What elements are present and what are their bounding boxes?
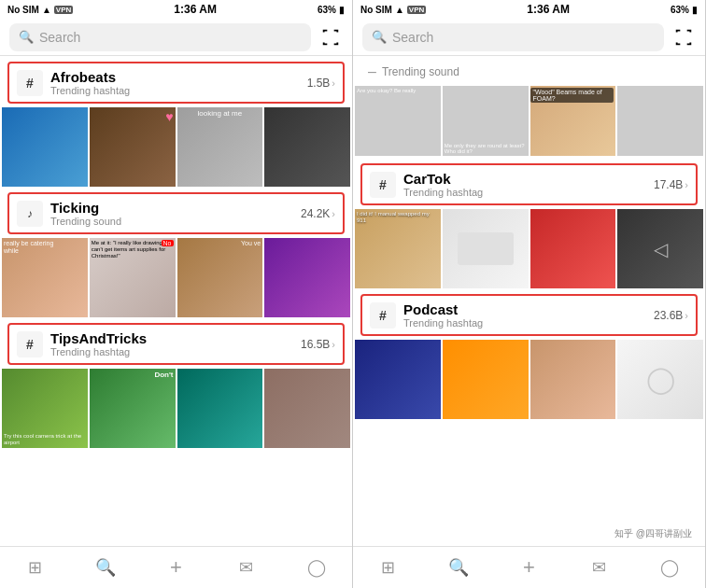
right-pod-video-2[interactable]	[443, 340, 529, 419]
right-partial-label: Trending sound	[382, 65, 459, 78]
left-inbox-icon: ✉	[236, 557, 257, 578]
left-battery: 63%	[318, 5, 336, 15]
left-video-10[interactable]: Don't	[90, 369, 176, 448]
left-video-11[interactable]	[177, 369, 263, 448]
right-podcast-left: # Podcast Trending hashtag	[370, 301, 483, 329]
left-tips-left: # TipsAndTricks Trending hashtag	[17, 330, 147, 357]
right-panel: No SIM ▲ VPN 1:36 AM 63% ▮ 🔍 Search – Tr…	[353, 0, 706, 588]
left-afrobeats-left: # Afrobeats Trending hashtag	[17, 69, 130, 96]
left-vpn-badge: VPN	[54, 6, 73, 14]
left-afrobeats-subtitle: Trending hashtag	[50, 85, 130, 96]
right-trending-cartok[interactable]: # CarTok Trending hashtag 17.4B ›	[360, 163, 698, 205]
right-nav-inbox[interactable]: ✉	[589, 557, 610, 578]
right-podcast-text: Podcast Trending hashtag	[403, 301, 483, 329]
right-cartok-hashtag-icon: #	[370, 172, 396, 198]
left-afrobeats-hashtag-icon: #	[17, 70, 43, 96]
right-search-input-container[interactable]: 🔍 Search	[362, 23, 664, 51]
right-cartok-text: CarTok Trending hashtag	[403, 171, 483, 198]
right-podcast-count: 23.6B ›	[654, 309, 688, 322]
right-cartok-count: 17.4B ›	[654, 178, 688, 191]
left-ticking-name: Ticking	[50, 200, 121, 216]
right-car-video-4[interactable]: ◁	[617, 209, 703, 288]
right-vpn-badge: VPN	[407, 6, 426, 14]
right-search-nav-icon: 🔍	[448, 557, 469, 578]
right-status-bar: No SIM ▲ VPN 1:36 AM 63% ▮	[353, 0, 705, 19]
right-battery-icon: ▮	[692, 5, 698, 15]
left-video-2[interactable]: ♥	[90, 107, 176, 187]
right-video-4[interactable]	[617, 86, 703, 156]
right-nav-add[interactable]: +	[518, 557, 539, 578]
right-pod-video-4[interactable]: ◯	[617, 340, 703, 419]
right-nav-search[interactable]: 🔍	[448, 557, 469, 578]
left-video-4[interactable]	[264, 107, 350, 187]
right-car-video-3[interactable]	[530, 209, 616, 288]
left-afrobeats-text: Afrobeats Trending hashtag	[50, 69, 130, 96]
left-search-icon: 🔍	[19, 30, 34, 44]
right-car-video-2[interactable]	[443, 209, 529, 288]
right-trending-podcast[interactable]: # Podcast Trending hashtag 23.6B ›	[360, 294, 698, 336]
right-pod-video-3[interactable]	[530, 340, 616, 419]
left-trending-afrobeats[interactable]: # Afrobeats Trending hashtag 1.5B ›	[7, 62, 345, 104]
left-search-bar: 🔍 Search	[0, 19, 352, 56]
left-video-7[interactable]: You ve	[177, 238, 263, 317]
left-tips-text: TipsAndTricks Trending hashtag	[50, 330, 147, 357]
left-video-1[interactable]	[2, 107, 88, 187]
left-ticking-subtitle: Trending sound	[50, 216, 121, 227]
right-nav-home[interactable]: ⊞	[378, 557, 399, 578]
left-nav-search[interactable]: 🔍	[95, 557, 116, 578]
right-partial-dash: –	[368, 63, 376, 80]
right-top-grid: Are you okay? Be really Me only they are…	[355, 86, 703, 156]
left-afrobeats-chevron: ›	[332, 77, 335, 89]
left-video-3[interactable]: looking at me	[177, 107, 263, 187]
left-battery-icon: ▮	[339, 5, 345, 15]
left-scan-icon[interactable]	[318, 25, 343, 49]
right-podcast-name: Podcast	[403, 301, 483, 317]
right-status-right: 63% ▮	[671, 5, 698, 15]
left-tips-chevron: ›	[332, 339, 335, 350]
right-status-left: No SIM ▲ VPN	[360, 5, 426, 15]
left-nav-add[interactable]: +	[165, 557, 186, 578]
right-search-bar: 🔍 Search	[353, 19, 705, 56]
left-content: # Afrobeats Trending hashtag 1.5B › ♥ lo…	[0, 56, 352, 546]
left-bottom-nav: ⊞ 🔍 + ✉ ◯	[0, 546, 352, 588]
right-nav-profile[interactable]: ◯	[659, 557, 680, 578]
right-car-video-1[interactable]: I did it! I manual swapped my 911	[355, 209, 441, 288]
right-home-icon: ⊞	[378, 557, 399, 578]
right-video-1[interactable]: Are you okay? Be really	[355, 86, 441, 156]
right-cartok-chevron: ›	[685, 179, 688, 190]
left-tips-subtitle: Trending hashtag	[50, 346, 147, 357]
left-nav-profile[interactable]: ◯	[306, 557, 327, 578]
right-podcast-hashtag-icon: #	[370, 302, 396, 329]
right-search-icon: 🔍	[372, 30, 387, 44]
left-add-icon: +	[165, 557, 186, 578]
left-home-icon: ⊞	[25, 557, 46, 578]
left-tips-name: TipsAndTricks	[50, 330, 147, 346]
right-video-3[interactable]: "Wood" Beams made of FOAM?	[530, 86, 616, 156]
left-nav-home[interactable]: ⊞	[25, 557, 46, 578]
right-scroll-content: # CarTok Trending hashtag 17.4B › I did …	[353, 158, 705, 546]
left-trending-ticking[interactable]: ♪ Ticking Trending sound 24.2K ›	[7, 192, 345, 234]
right-scan-icon[interactable]	[671, 25, 696, 49]
left-nav-inbox[interactable]: ✉	[236, 557, 257, 578]
left-ticking-music-icon: ♪	[17, 201, 43, 227]
left-video-12[interactable]	[264, 369, 350, 448]
left-afrobeats-count: 1.5B ›	[307, 77, 335, 90]
right-pod-video-1[interactable]	[355, 340, 441, 419]
left-video-8[interactable]	[264, 238, 350, 317]
right-video-2[interactable]: Me only they are round at least? Who did…	[443, 86, 529, 156]
right-inbox-icon: ✉	[589, 557, 610, 578]
left-video-5[interactable]: really be cateringwhile	[2, 238, 88, 317]
left-status-right: 63% ▮	[318, 5, 345, 15]
left-video-9[interactable]: Try this cool camera trick at the airpor…	[2, 369, 88, 448]
left-search-input-container[interactable]: 🔍 Search	[9, 23, 311, 51]
right-add-icon: +	[518, 557, 539, 578]
right-podcast-grid: ◯	[355, 340, 703, 419]
right-cartok-subtitle: Trending hashtag	[403, 187, 483, 198]
left-video-6[interactable]: Me at it: "I really like drawing, can't …	[90, 238, 176, 317]
left-trending-tipsandtricks[interactable]: # TipsAndTricks Trending hashtag 16.5B ›	[7, 323, 345, 365]
left-search-nav-icon: 🔍	[95, 557, 116, 578]
left-panel: No SIM ▲ VPN 1:36 AM 63% ▮ 🔍 Search #	[0, 0, 353, 588]
right-profile-icon: ◯	[659, 557, 680, 578]
left-ticking-text: Ticking Trending sound	[50, 200, 121, 227]
right-cartok-grid: I did it! I manual swapped my 911 ◁	[355, 209, 703, 288]
